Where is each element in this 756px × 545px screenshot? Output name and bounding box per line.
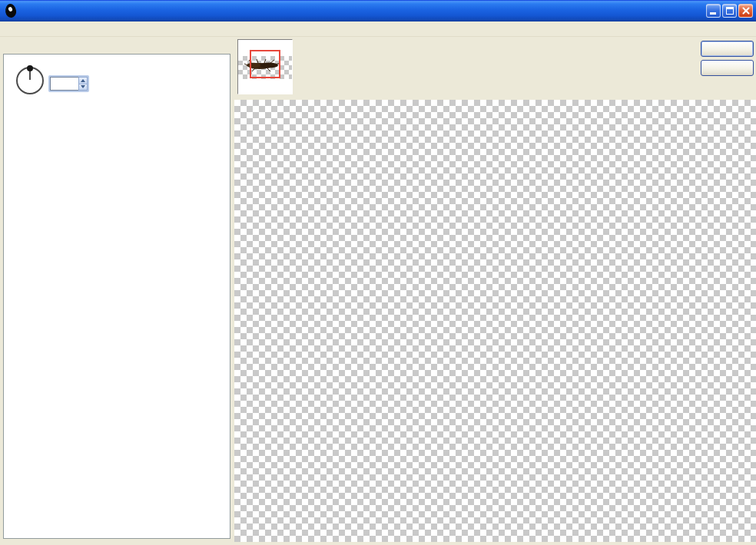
animal-fur-dialog: { "window": { "title": "Alien Skin | Eye… (0, 0, 756, 545)
navigator-thumbnail[interactable] (237, 39, 293, 94)
spin-up-button[interactable] (79, 78, 87, 84)
minimize-icon (710, 12, 716, 15)
down-arrow-icon (81, 85, 85, 88)
spin-down-button[interactable] (79, 84, 87, 91)
close-button[interactable] (738, 4, 753, 18)
hair-direction-spin (48, 75, 89, 92)
minimize-button[interactable] (706, 4, 721, 18)
fur-render (234, 209, 697, 428)
settings-panel (3, 54, 230, 539)
navigator-view-rect[interactable] (250, 50, 280, 78)
hair-direction-input[interactable] (50, 77, 78, 91)
maximize-icon (726, 7, 734, 15)
dial-knob[interactable] (27, 65, 33, 71)
app-icon (4, 3, 18, 18)
maximize-button[interactable] (722, 4, 737, 18)
up-arrow-icon (81, 79, 85, 82)
cancel-button[interactable] (701, 60, 754, 76)
ok-button[interactable] (701, 41, 754, 57)
menu-bar (0, 21, 756, 37)
title-bar[interactable] (0, 0, 756, 21)
preview-canvas[interactable] (234, 100, 756, 542)
watermark (35, 346, 234, 348)
hair-direction-dial[interactable] (16, 67, 44, 94)
